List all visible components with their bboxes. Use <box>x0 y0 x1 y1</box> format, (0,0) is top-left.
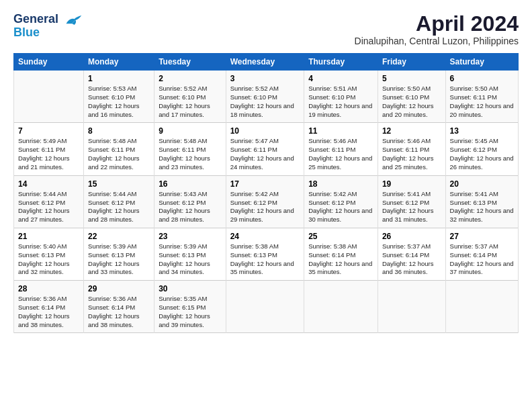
header-monday: Monday <box>84 54 154 71</box>
day-info: Sunrise: 5:49 AMSunset: 6:11 PMDaylight:… <box>18 137 79 171</box>
day-info: Sunrise: 5:50 AMSunset: 6:10 PMDaylight:… <box>382 85 441 119</box>
day-number: 9 <box>159 126 221 136</box>
day-info: Sunrise: 5:41 AMSunset: 6:12 PMDaylight:… <box>382 190 441 224</box>
day-number: 11 <box>308 126 373 136</box>
day-number: 27 <box>450 232 514 241</box>
day-cell: 21Sunrise: 5:40 AMSunset: 6:13 PMDayligh… <box>14 228 84 280</box>
day-number: 21 <box>18 232 79 241</box>
day-cell: 25Sunrise: 5:38 AMSunset: 6:14 PMDayligh… <box>304 228 378 280</box>
calendar-table: SundayMondayTuesdayWednesdayThursdayFrid… <box>13 53 519 333</box>
day-cell: 18Sunrise: 5:42 AMSunset: 6:12 PMDayligh… <box>304 175 378 228</box>
day-number: 3 <box>230 74 300 83</box>
day-number: 22 <box>88 232 150 241</box>
day-cell: 29Sunrise: 5:36 AMSunset: 6:14 PMDayligh… <box>84 281 154 333</box>
day-number: 19 <box>382 179 441 189</box>
day-cell <box>226 281 304 333</box>
day-number: 29 <box>88 284 150 293</box>
week-row-0: 1Sunrise: 5:53 AMSunset: 6:10 PMDaylight… <box>14 71 519 123</box>
day-info: Sunrise: 5:53 AMSunset: 6:10 PMDaylight:… <box>88 85 150 119</box>
day-info: Sunrise: 5:37 AMSunset: 6:14 PMDaylight:… <box>382 242 441 277</box>
day-info: Sunrise: 5:41 AMSunset: 6:13 PMDaylight:… <box>450 190 514 224</box>
day-info: Sunrise: 5:44 AMSunset: 6:12 PMDaylight:… <box>18 190 79 224</box>
day-number: 5 <box>382 74 441 83</box>
day-cell: 15Sunrise: 5:44 AMSunset: 6:12 PMDayligh… <box>84 175 154 228</box>
day-number: 12 <box>382 126 441 136</box>
day-cell: 26Sunrise: 5:37 AMSunset: 6:14 PMDayligh… <box>378 228 445 280</box>
day-cell: 11Sunrise: 5:46 AMSunset: 6:11 PMDayligh… <box>304 123 378 175</box>
logo: General Blue <box>13 12 83 40</box>
calendar-header-row: SundayMondayTuesdayWednesdayThursdayFrid… <box>14 54 519 71</box>
day-cell <box>304 281 378 333</box>
day-cell: 14Sunrise: 5:44 AMSunset: 6:12 PMDayligh… <box>14 175 84 228</box>
day-cell <box>14 71 84 123</box>
day-number: 28 <box>18 284 79 293</box>
day-info: Sunrise: 5:38 AMSunset: 6:13 PMDaylight:… <box>230 242 300 277</box>
day-cell: 22Sunrise: 5:39 AMSunset: 6:13 PMDayligh… <box>84 228 154 280</box>
day-cell: 1Sunrise: 5:53 AMSunset: 6:10 PMDaylight… <box>84 71 154 123</box>
day-info: Sunrise: 5:43 AMSunset: 6:12 PMDaylight:… <box>159 190 221 224</box>
day-info: Sunrise: 5:45 AMSunset: 6:12 PMDaylight:… <box>450 137 514 171</box>
day-info: Sunrise: 5:44 AMSunset: 6:12 PMDaylight:… <box>88 190 150 224</box>
day-number: 4 <box>308 74 373 83</box>
day-info: Sunrise: 5:37 AMSunset: 6:14 PMDaylight:… <box>450 242 514 277</box>
page: General Blue April 2024 Dinalupihan, Cen… <box>0 0 532 411</box>
day-number: 14 <box>18 179 79 189</box>
day-cell: 20Sunrise: 5:41 AMSunset: 6:13 PMDayligh… <box>445 175 518 228</box>
day-cell: 10Sunrise: 5:47 AMSunset: 6:11 PMDayligh… <box>226 123 304 175</box>
day-cell: 28Sunrise: 5:36 AMSunset: 6:14 PMDayligh… <box>14 281 84 333</box>
day-cell: 16Sunrise: 5:43 AMSunset: 6:12 PMDayligh… <box>154 175 226 228</box>
day-number: 25 <box>308 232 373 241</box>
logo-text: General <box>13 12 83 27</box>
day-number: 10 <box>230 126 300 136</box>
main-title: April 2024 <box>355 12 519 36</box>
day-info: Sunrise: 5:48 AMSunset: 6:11 PMDaylight:… <box>88 137 150 171</box>
day-cell <box>378 281 445 333</box>
day-cell: 30Sunrise: 5:35 AMSunset: 6:15 PMDayligh… <box>154 281 226 333</box>
header-thursday: Thursday <box>304 54 378 71</box>
day-cell: 9Sunrise: 5:48 AMSunset: 6:11 PMDaylight… <box>154 123 226 175</box>
day-cell: 13Sunrise: 5:45 AMSunset: 6:12 PMDayligh… <box>445 123 518 175</box>
day-info: Sunrise: 5:47 AMSunset: 6:11 PMDaylight:… <box>230 137 300 171</box>
day-info: Sunrise: 5:39 AMSunset: 6:13 PMDaylight:… <box>88 242 150 277</box>
day-cell <box>445 281 518 333</box>
day-info: Sunrise: 5:52 AMSunset: 6:10 PMDaylight:… <box>159 85 221 119</box>
title-block: April 2024 Dinalupihan, Central Luzon, P… <box>355 12 519 46</box>
day-cell: 7Sunrise: 5:49 AMSunset: 6:11 PMDaylight… <box>14 123 84 175</box>
header-wednesday: Wednesday <box>226 54 304 71</box>
day-info: Sunrise: 5:50 AMSunset: 6:11 PMDaylight:… <box>450 85 514 119</box>
day-cell: 27Sunrise: 5:37 AMSunset: 6:14 PMDayligh… <box>445 228 518 280</box>
day-info: Sunrise: 5:36 AMSunset: 6:14 PMDaylight:… <box>88 295 150 329</box>
day-info: Sunrise: 5:40 AMSunset: 6:13 PMDaylight:… <box>18 242 79 277</box>
day-info: Sunrise: 5:51 AMSunset: 6:10 PMDaylight:… <box>308 85 373 119</box>
day-info: Sunrise: 5:48 AMSunset: 6:11 PMDaylight:… <box>159 137 221 171</box>
day-info: Sunrise: 5:46 AMSunset: 6:11 PMDaylight:… <box>308 137 373 171</box>
week-row-3: 21Sunrise: 5:40 AMSunset: 6:13 PMDayligh… <box>14 228 519 280</box>
day-number: 26 <box>382 232 441 241</box>
day-cell: 12Sunrise: 5:46 AMSunset: 6:11 PMDayligh… <box>378 123 445 175</box>
week-row-2: 14Sunrise: 5:44 AMSunset: 6:12 PMDayligh… <box>14 175 519 228</box>
day-number: 30 <box>159 284 221 293</box>
day-cell: 24Sunrise: 5:38 AMSunset: 6:13 PMDayligh… <box>226 228 304 280</box>
day-number: 2 <box>159 74 221 83</box>
day-cell: 8Sunrise: 5:48 AMSunset: 6:11 PMDaylight… <box>84 123 154 175</box>
day-cell: 23Sunrise: 5:39 AMSunset: 6:13 PMDayligh… <box>154 228 226 280</box>
day-number: 16 <box>159 179 221 189</box>
day-number: 17 <box>230 179 300 189</box>
header-friday: Friday <box>378 54 445 71</box>
day-info: Sunrise: 5:39 AMSunset: 6:13 PMDaylight:… <box>159 242 221 277</box>
day-cell: 19Sunrise: 5:41 AMSunset: 6:12 PMDayligh… <box>378 175 445 228</box>
day-number: 15 <box>88 179 150 189</box>
day-number: 20 <box>450 179 514 189</box>
day-info: Sunrise: 5:35 AMSunset: 6:15 PMDaylight:… <box>159 295 221 329</box>
header-tuesday: Tuesday <box>154 54 226 71</box>
day-number: 8 <box>88 126 150 136</box>
day-info: Sunrise: 5:52 AMSunset: 6:10 PMDaylight:… <box>230 85 300 119</box>
week-row-1: 7Sunrise: 5:49 AMSunset: 6:11 PMDaylight… <box>14 123 519 175</box>
day-info: Sunrise: 5:38 AMSunset: 6:14 PMDaylight:… <box>308 242 373 277</box>
day-number: 18 <box>308 179 373 189</box>
day-cell: 6Sunrise: 5:50 AMSunset: 6:11 PMDaylight… <box>445 71 518 123</box>
day-number: 23 <box>159 232 221 241</box>
day-cell: 5Sunrise: 5:50 AMSunset: 6:10 PMDaylight… <box>378 71 445 123</box>
day-number: 1 <box>88 74 150 83</box>
day-cell: 17Sunrise: 5:42 AMSunset: 6:12 PMDayligh… <box>226 175 304 228</box>
